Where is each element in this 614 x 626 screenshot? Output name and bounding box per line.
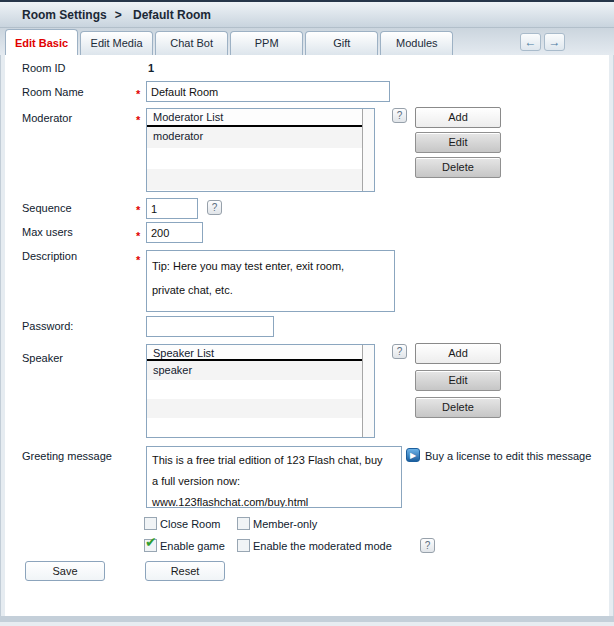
- password-input[interactable]: [146, 316, 274, 337]
- list-item-moderator[interactable]: moderator: [147, 127, 362, 148]
- moderated-mode-checkbox[interactable]: [237, 539, 250, 552]
- max-users-label: Max users: [22, 226, 73, 238]
- tab-edit-basic[interactable]: Edit Basic: [5, 29, 78, 55]
- breadcrumb-room: Default Room: [133, 8, 211, 22]
- moderator-help-icon[interactable]: ?: [392, 108, 407, 123]
- room-id-value: 1: [148, 62, 154, 74]
- list-item-empty: [147, 418, 362, 437]
- room-id-label: Room ID: [22, 62, 65, 74]
- room-name-label: Room Name: [22, 86, 84, 98]
- moderator-delete-button[interactable]: Delete: [415, 157, 501, 178]
- greeting-textarea[interactable]: This is a free trial edition of 123 Flas…: [146, 446, 402, 508]
- list-item-empty: [147, 169, 362, 190]
- tab-scroll-right-icon[interactable]: →: [544, 33, 565, 51]
- moderated-mode-label: Enable the moderated mode: [253, 540, 392, 552]
- speaker-help-icon[interactable]: ?: [392, 344, 407, 359]
- enable-game-label: Enable game: [160, 540, 225, 552]
- moderator-list: Moderator List moderator: [147, 109, 362, 191]
- required-asterisk: *: [136, 114, 140, 126]
- tab-edit-media[interactable]: Edit Media: [80, 31, 153, 55]
- tab-ppm[interactable]: PPM: [230, 31, 303, 55]
- list-item-empty: [147, 380, 362, 399]
- moderator-label: Moderator: [22, 112, 72, 124]
- member-only-checkbox[interactable]: [237, 517, 250, 530]
- max-users-input[interactable]: [146, 222, 203, 243]
- required-asterisk: *: [136, 254, 140, 266]
- bottom-frame-light: [0, 622, 614, 626]
- license-note: Buy a license to edit this message: [425, 450, 591, 462]
- speaker-list-header: Speaker List: [147, 345, 362, 361]
- play-icon[interactable]: ▶: [406, 448, 420, 462]
- list-item-empty: [147, 148, 362, 169]
- moderator-list-scrollbar[interactable]: [362, 109, 374, 191]
- moderator-list-header: Moderator List: [147, 109, 362, 127]
- greeting-label: Greeting message: [22, 450, 112, 462]
- description-textarea[interactable]: Tip: Here you may test enter, exit room,…: [146, 250, 395, 312]
- enable-game-checkbox[interactable]: ✔: [144, 539, 157, 552]
- sequence-input[interactable]: [146, 198, 198, 219]
- tab-modules[interactable]: Modules: [380, 31, 453, 55]
- tab-bar: Edit Basic Edit Media Chat Bot PPM Gift …: [0, 28, 614, 55]
- breadcrumb: Room Settings> Default Room: [22, 8, 219, 22]
- moderator-edit-button[interactable]: Edit: [415, 132, 501, 153]
- list-item-empty: [147, 399, 362, 418]
- required-asterisk: *: [136, 204, 140, 216]
- breadcrumb-separator: >: [115, 8, 122, 22]
- speaker-label: Speaker: [22, 352, 63, 364]
- breadcrumb-title: Room Settings: [22, 8, 107, 22]
- speaker-delete-button[interactable]: Delete: [415, 397, 501, 418]
- list-item-speaker[interactable]: speaker: [147, 361, 362, 380]
- tab-strip: Edit Basic Edit Media Chat Bot PPM Gift …: [5, 29, 452, 55]
- speaker-list-scrollbar[interactable]: [362, 345, 374, 437]
- moderated-mode-help-icon[interactable]: ?: [420, 538, 435, 553]
- sequence-label: Sequence: [22, 202, 72, 214]
- required-asterisk: *: [136, 230, 140, 242]
- tab-chat-bot[interactable]: Chat Bot: [155, 31, 228, 55]
- description-label: Description: [22, 250, 77, 262]
- room-settings-window: Room Settings> Default Room Edit Basic E…: [0, 0, 614, 626]
- tab-scroll-left-icon[interactable]: ←: [520, 33, 541, 51]
- moderator-add-button[interactable]: Add: [415, 107, 501, 128]
- speaker-add-button[interactable]: Add: [415, 343, 501, 364]
- password-label: Password:: [22, 320, 73, 332]
- speaker-list: Speaker List speaker: [147, 345, 362, 437]
- close-room-checkbox[interactable]: [144, 517, 157, 530]
- check-icon: ✔: [145, 534, 157, 550]
- close-room-label: Close Room: [160, 518, 221, 530]
- sequence-help-icon[interactable]: ?: [207, 200, 222, 215]
- required-asterisk: *: [136, 88, 140, 100]
- breadcrumb-bar: Room Settings> Default Room: [0, 0, 614, 28]
- moderator-listbox[interactable]: Moderator List moderator: [146, 108, 375, 192]
- save-button[interactable]: Save: [25, 561, 105, 581]
- tab-gift[interactable]: Gift: [305, 31, 378, 55]
- room-name-input[interactable]: [146, 81, 390, 102]
- member-only-label: Member-only: [253, 518, 317, 530]
- reset-button[interactable]: Reset: [145, 561, 225, 581]
- speaker-listbox[interactable]: Speaker List speaker: [146, 344, 375, 438]
- speaker-edit-button[interactable]: Edit: [415, 370, 501, 391]
